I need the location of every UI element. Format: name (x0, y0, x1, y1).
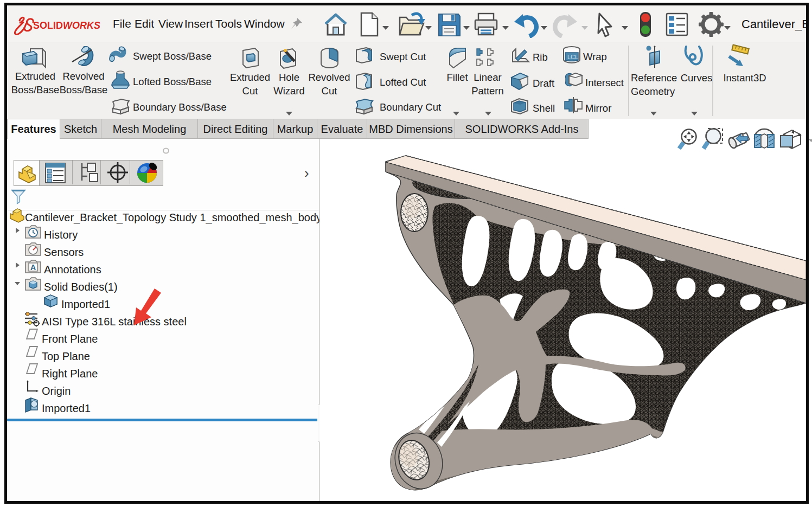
svg-text:A: A (30, 263, 36, 272)
svg-text:LCL: LCL (567, 54, 578, 60)
